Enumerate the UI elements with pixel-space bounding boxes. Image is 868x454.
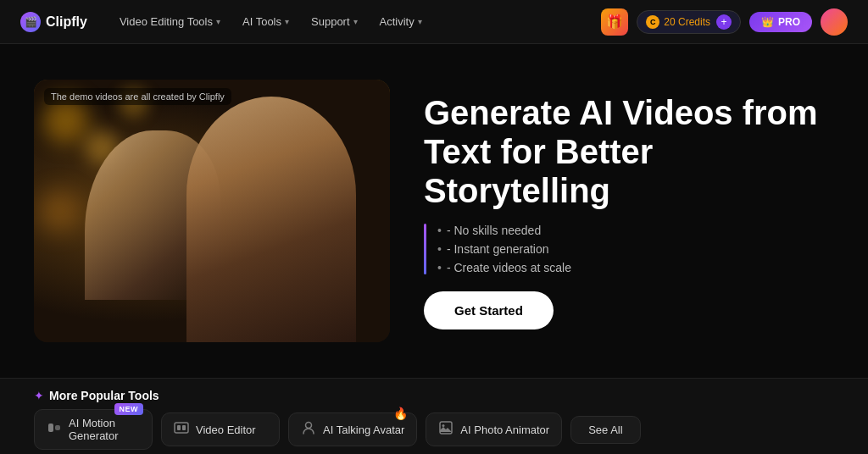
tool-label: AI MotionGenerator <box>69 417 119 442</box>
see-all-button[interactable]: See All <box>570 416 640 444</box>
bokeh-light-4 <box>38 190 81 232</box>
svg-rect-0 <box>48 424 53 432</box>
logo-icon: 🎬 <box>20 12 41 32</box>
pro-label: PRO <box>778 16 800 28</box>
svg-point-7 <box>442 424 445 427</box>
tool-ai-talking-avatar[interactable]: 🔥 AI Talking Avatar <box>288 412 417 446</box>
svg-rect-3 <box>177 425 181 430</box>
nav-item-activity[interactable]: Activity ▾ <box>371 10 431 33</box>
nav-items: Video Editing Tools ▾ AI Tools ▾ Support… <box>111 10 577 33</box>
credits-plus-icon: + <box>716 14 732 30</box>
hero-title: Generate AI Videos from Text for Better … <box>424 93 834 210</box>
navbar: 🎬 Clipfly Video Editing Tools ▾ AI Tools… <box>0 0 868 44</box>
credits-icon: C <box>646 15 659 29</box>
pro-icon: 👑 <box>761 16 774 28</box>
tools-header: ✦ More Popular Tools <box>34 389 834 402</box>
logo[interactable]: 🎬 Clipfly <box>20 12 87 32</box>
gift-button[interactable]: 🎁 <box>601 8 628 36</box>
video-background <box>34 80 390 342</box>
tool-label: AI Photo Animator <box>460 424 549 436</box>
video-editor-icon <box>174 420 189 439</box>
photo-animator-icon <box>438 420 453 439</box>
main-content: The demo videos are all created by Clipf… <box>0 44 868 378</box>
figure-mother <box>186 97 356 342</box>
chevron-down-icon: ▾ <box>216 17 220 26</box>
chevron-down-icon: ▾ <box>418 17 422 26</box>
credits-amount: 20 Credits <box>664 16 710 28</box>
bullet-icon: • <box>437 224 442 237</box>
bullet-icon: • <box>437 261 442 274</box>
video-preview: The demo videos are all created by Clipf… <box>34 80 390 342</box>
logo-text: Clipfly <box>46 14 87 30</box>
nav-item-support[interactable]: Support ▾ <box>303 10 366 33</box>
svg-point-5 <box>306 423 312 429</box>
new-badge: NEW <box>114 403 144 415</box>
nav-item-ai-tools[interactable]: AI Tools ▾ <box>234 10 298 33</box>
nav-right: 🎁 C 20 Credits + 👑 PRO <box>601 8 848 36</box>
chevron-down-icon: ▾ <box>353 17 358 26</box>
fire-badge: 🔥 <box>393 407 408 420</box>
nav-item-video-editing[interactable]: Video Editing Tools ▾ <box>111 10 229 33</box>
svg-rect-4 <box>182 425 186 430</box>
tools-bar: ✦ More Popular Tools NEW AI MotionGenera… <box>0 378 868 454</box>
tool-ai-motion-generator[interactable]: NEW AI MotionGenerator <box>34 409 153 450</box>
feature-item-3: • - Create videos at scale <box>437 261 834 274</box>
tool-ai-photo-animator[interactable]: AI Photo Animator <box>426 412 562 446</box>
feature-item-2: • - Instant generation <box>437 242 834 256</box>
pro-button[interactable]: 👑 PRO <box>749 12 812 32</box>
talking-avatar-icon <box>301 420 316 439</box>
tool-label: Video Editor <box>196 424 256 436</box>
svg-rect-1 <box>55 425 60 430</box>
tools-list: NEW AI MotionGenerator Video Editor 🔥 <box>34 409 834 450</box>
svg-rect-2 <box>175 423 188 433</box>
video-label: The demo videos are all created by Clipf… <box>44 88 231 105</box>
credits-button[interactable]: C 20 Credits + <box>637 10 741 34</box>
chevron-down-icon: ▾ <box>285 17 289 26</box>
bullet-icon: • <box>437 242 442 256</box>
tools-section-title: More Popular Tools <box>49 389 159 402</box>
spark-icon: ✦ <box>34 389 44 402</box>
hero-text: Generate AI Videos from Text for Better … <box>424 93 834 329</box>
motion-generator-icon <box>47 420 62 439</box>
get-started-button[interactable]: Get Started <box>424 291 554 329</box>
tool-video-editor[interactable]: Video Editor <box>161 412 280 446</box>
avatar[interactable] <box>821 8 848 36</box>
feature-item-1: • - No skills needed <box>437 224 834 237</box>
tool-label: AI Talking Avatar <box>323 424 404 436</box>
hero-features: • - No skills needed • - Instant generat… <box>424 224 834 274</box>
